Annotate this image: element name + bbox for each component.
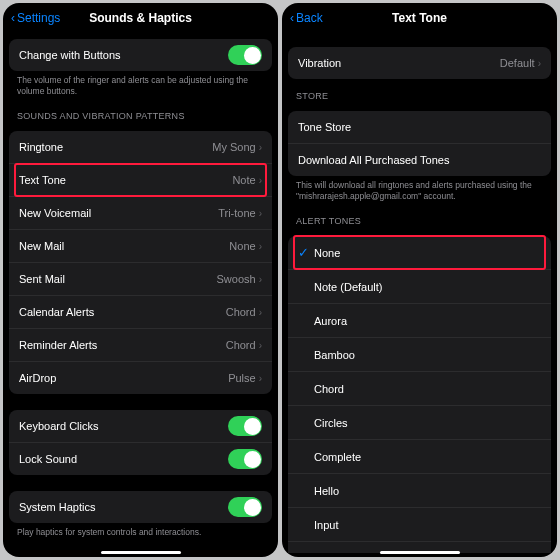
chevron-left-icon: ‹ xyxy=(11,11,15,25)
back-button[interactable]: ‹ Settings xyxy=(11,11,60,25)
toggle-switch[interactable] xyxy=(228,449,262,469)
tone-row[interactable]: Chord xyxy=(288,372,551,406)
row-value: Chord› xyxy=(226,339,262,351)
keyboard-clicks-row[interactable]: Keyboard Clicks xyxy=(9,410,272,443)
row-label: New Voicemail xyxy=(19,207,91,219)
store-group: Tone Store Download All Purchased Tones xyxy=(288,111,551,176)
back-button[interactable]: ‹ Back xyxy=(290,11,323,25)
checkmark-icon: ✓ xyxy=(298,245,314,260)
row-label: New Mail xyxy=(19,240,64,252)
lock-sound-row[interactable]: Lock Sound xyxy=(9,443,272,475)
row-label: Calendar Alerts xyxy=(19,306,94,318)
tone-label: Aurora xyxy=(314,315,347,327)
chevron-right-icon: › xyxy=(538,58,541,69)
chevron-right-icon: › xyxy=(259,142,262,153)
row-label: Sent Mail xyxy=(19,273,65,285)
tone-row[interactable]: Hello xyxy=(288,474,551,508)
tone-label: Input xyxy=(314,519,338,531)
tone-row[interactable]: Complete xyxy=(288,440,551,474)
content-scroll[interactable]: Change with Buttons The volume of the ri… xyxy=(3,33,278,553)
toggle-switch[interactable] xyxy=(228,416,262,436)
sent-mail-row[interactable]: Sent Mail Swoosh› xyxy=(9,263,272,296)
row-value: None› xyxy=(229,240,262,252)
row-label: Download All Purchased Tones xyxy=(298,154,449,166)
text-tone-row[interactable]: Text Tone Note› xyxy=(9,164,272,197)
sound-toggles-group: Keyboard Clicks Lock Sound xyxy=(9,410,272,475)
row-value: Swoosh› xyxy=(217,273,262,285)
row-label: System Haptics xyxy=(19,501,95,513)
home-indicator[interactable] xyxy=(101,551,181,554)
row-value: Tri-tone› xyxy=(218,207,262,219)
vibration-group: Vibration Default› xyxy=(288,47,551,79)
nav-bar: ‹ Settings Sounds & Haptics xyxy=(3,3,278,33)
chevron-right-icon: › xyxy=(259,274,262,285)
row-label: Lock Sound xyxy=(19,453,77,465)
download-tones-row[interactable]: Download All Purchased Tones xyxy=(288,144,551,176)
change-with-buttons-row[interactable]: Change with Buttons xyxy=(9,39,272,71)
reminder-alerts-row[interactable]: Reminder Alerts Chord› xyxy=(9,329,272,362)
chevron-right-icon: › xyxy=(259,307,262,318)
home-indicator[interactable] xyxy=(380,551,460,554)
chevron-right-icon: › xyxy=(259,373,262,384)
chevron-right-icon: › xyxy=(259,175,262,186)
tone-label: Circles xyxy=(314,417,348,429)
alert-tones-header: ALERT TONES xyxy=(282,204,557,230)
tone-row[interactable]: Bamboo xyxy=(288,338,551,372)
text-tone-screen: ‹ Back Text Tone Vibration Default› STOR… xyxy=(282,3,557,557)
row-label: Change with Buttons xyxy=(19,49,121,61)
row-value: Default› xyxy=(500,57,541,69)
tone-label: Chord xyxy=(314,383,344,395)
back-label: Settings xyxy=(17,11,60,25)
row-label: Vibration xyxy=(298,57,341,69)
tone-row[interactable]: Note (Default) xyxy=(288,270,551,304)
row-label: Reminder Alerts xyxy=(19,339,97,351)
tone-row[interactable]: Input xyxy=(288,508,551,542)
sounds-haptics-screen: ‹ Settings Sounds & Haptics Change with … xyxy=(3,3,278,557)
haptics-group: System Haptics xyxy=(9,491,272,523)
chevron-right-icon: › xyxy=(259,340,262,351)
tone-label: Complete xyxy=(314,451,361,463)
patterns-group: Ringtone My Song› Text Tone Note› New Vo… xyxy=(9,131,272,394)
chevron-right-icon: › xyxy=(259,241,262,252)
row-value: Pulse› xyxy=(228,372,262,384)
content-scroll[interactable]: Vibration Default› STORE Tone Store Down… xyxy=(282,33,557,553)
system-haptics-row[interactable]: System Haptics xyxy=(9,491,272,523)
store-header: STORE xyxy=(282,79,557,105)
change-buttons-group: Change with Buttons xyxy=(9,39,272,71)
tone-label: Hello xyxy=(314,485,339,497)
row-label: Ringtone xyxy=(19,141,63,153)
tone-label: None xyxy=(314,247,340,259)
toggle-switch[interactable] xyxy=(228,45,262,65)
chevron-left-icon: ‹ xyxy=(290,11,294,25)
tone-none-row[interactable]: ✓ None xyxy=(288,236,551,270)
row-value: Chord› xyxy=(226,306,262,318)
new-voicemail-row[interactable]: New Voicemail Tri-tone› xyxy=(9,197,272,230)
haptics-footer: Play haptics for system controls and int… xyxy=(3,523,278,540)
tone-label: Note (Default) xyxy=(314,281,382,293)
row-value: Note› xyxy=(232,174,262,186)
new-mail-row[interactable]: New Mail None› xyxy=(9,230,272,263)
tone-row[interactable]: Circles xyxy=(288,406,551,440)
alert-tones-group: ✓ None Note (Default) Aurora Bamboo Chor… xyxy=(288,236,551,553)
row-label: Tone Store xyxy=(298,121,351,133)
change-buttons-footer: The volume of the ringer and alerts can … xyxy=(3,71,278,99)
store-footer: This will download all ringtones and ale… xyxy=(282,176,557,204)
row-label: AirDrop xyxy=(19,372,56,384)
page-title: Text Tone xyxy=(282,11,557,25)
toggle-switch[interactable] xyxy=(228,497,262,517)
chevron-right-icon: › xyxy=(259,208,262,219)
back-label: Back xyxy=(296,11,323,25)
row-value: My Song› xyxy=(212,141,262,153)
tone-store-row[interactable]: Tone Store xyxy=(288,111,551,144)
row-label: Keyboard Clicks xyxy=(19,420,98,432)
row-label: Text Tone xyxy=(19,174,66,186)
airdrop-row[interactable]: AirDrop Pulse› xyxy=(9,362,272,394)
tone-row[interactable]: Aurora xyxy=(288,304,551,338)
vibration-row[interactable]: Vibration Default› xyxy=(288,47,551,79)
tone-label: Bamboo xyxy=(314,349,355,361)
calendar-alerts-row[interactable]: Calendar Alerts Chord› xyxy=(9,296,272,329)
patterns-header: SOUNDS AND VIBRATION PATTERNS xyxy=(3,99,278,125)
nav-bar: ‹ Back Text Tone xyxy=(282,3,557,33)
ringtone-row[interactable]: Ringtone My Song› xyxy=(9,131,272,164)
